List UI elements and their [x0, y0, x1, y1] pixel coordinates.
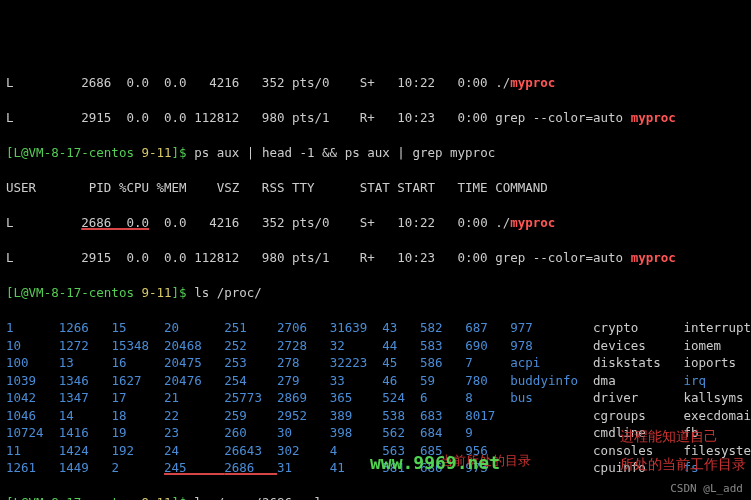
annotation-cwd: 所处的当前工作目录: [620, 455, 746, 475]
prompt-line-1: [L@VM-8-17-centos 9-11]$ ps aux | head -…: [6, 144, 745, 162]
watermark: www.9969.net: [370, 450, 500, 475]
footer-attribution: CSDN @L_add: [670, 481, 743, 496]
prompt-line-3: [L@VM-8-17-centos 9-11]$ ls /proc/2686 -…: [6, 494, 745, 500]
ps-row1: L 2686 0.0 0.0 4216 352 pts/0 S+ 10:22 0…: [6, 214, 745, 232]
prompt-line-2: [L@VM-8-17-centos 9-11]$ ls /proc/: [6, 284, 745, 302]
ps-top-row1: L 2686 0.0 0.0 4216 352 pts/0 S+ 10:22 0…: [6, 74, 745, 92]
ps-row2: L 2915 0.0 0.0 112812 980 pts/1 R+ 10:23…: [6, 249, 745, 267]
ps-top-row2: L 2915 0.0 0.0 112812 980 pts/1 R+ 10:23…: [6, 109, 745, 127]
annotation-proc-knows: 进程能知道自己: [620, 427, 718, 447]
ps-header: USER PID %CPU %MEM VSZ RSS TTY STAT STAR…: [6, 179, 745, 197]
